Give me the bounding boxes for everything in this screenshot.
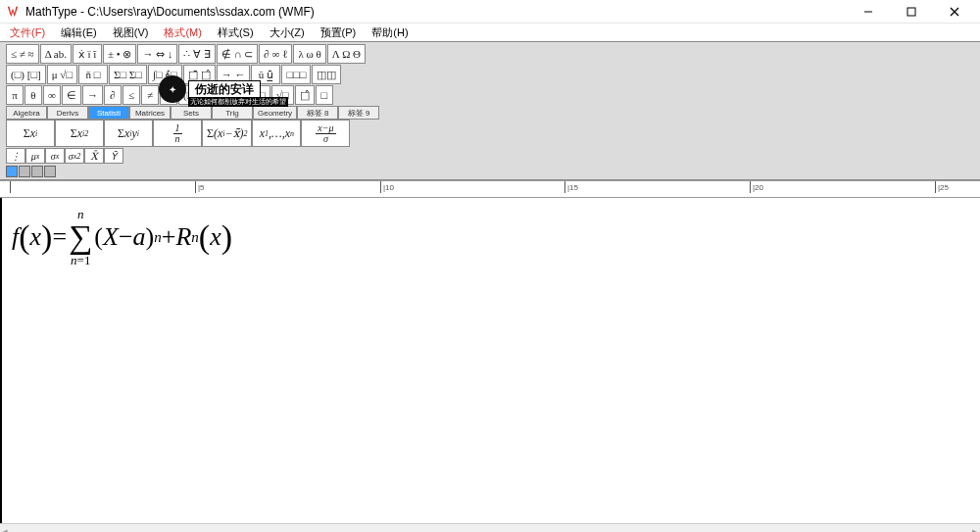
menu-edit[interactable]: 编辑(E) [53, 24, 105, 41]
sm-paren[interactable]: (□) [178, 85, 202, 105]
sm-hat[interactable]: □̂ [295, 85, 315, 105]
sym-misc[interactable]: ∂ ∞ ℓ [259, 44, 292, 64]
tpl-overbar[interactable]: □̄ □̂ [183, 65, 216, 84]
tab-matrices[interactable]: Matrices [129, 106, 171, 120]
tpl-matrix[interactable]: □□□ [281, 65, 311, 84]
sym-greek-low[interactable]: λ ω θ [293, 44, 325, 64]
sm-ne[interactable]: ≠ [141, 85, 159, 105]
menu-file[interactable]: 文件(F) [2, 24, 53, 41]
sm-arrow[interactable]: → [82, 85, 103, 105]
sm-bar[interactable]: □̄ [227, 85, 247, 105]
sym-embellish[interactable]: ẋ ï ĩ [73, 44, 102, 64]
pal-x1-xn[interactable]: x1,…,xn [252, 120, 301, 147]
sym-arrows[interactable]: → ⇔ ↓ [137, 44, 177, 64]
eq-x1: x [30, 222, 42, 252]
menu-view[interactable]: 视图(V) [105, 24, 157, 41]
sm-partial[interactable]: ∂ [104, 85, 122, 105]
eq-rparen1: ) [41, 218, 52, 256]
small-palette: ⋮ μx σx σx2 X̄ Ȳ [6, 148, 978, 164]
eq-lparen3: ( [199, 218, 210, 256]
ruler-tick-5: |5 [198, 183, 205, 192]
mini-mux[interactable]: μx [25, 148, 45, 164]
template-row: (□) [□] μ √□ ň □ Σ□ Σ□ ∫□ ∮□ □̄ □̂ → ← ū… [6, 65, 978, 84]
sym-greek-up[interactable]: Λ Ω Θ [327, 44, 366, 64]
ruler-tick-15: |15 [567, 183, 578, 192]
tpl-integral[interactable]: ∫□ ∮□ [148, 65, 182, 84]
pal-sum-xi2[interactable]: Σxi2 [55, 120, 104, 147]
pal-1-over-n[interactable]: 1n [153, 120, 202, 147]
sm-le[interactable]: ≤ [122, 85, 140, 105]
tpl-boxes[interactable]: ◫◫ [312, 65, 341, 84]
sym-settheory[interactable]: ∉ ∩ ⊂ [217, 44, 258, 64]
menu-style[interactable]: 样式(S) [210, 24, 262, 41]
sym-relations[interactable]: ≤ ≠ ≈ [6, 44, 39, 64]
svg-rect-1 [907, 8, 915, 16]
bar-handle-3[interactable] [31, 166, 43, 177]
sym-logic[interactable]: ∴ ∀ ∃ [178, 44, 216, 64]
ruler[interactable]: |5 |10 |15 |20 |25 [0, 180, 980, 198]
tpl-sum[interactable]: Σ□ Σ□ [109, 65, 147, 84]
eq-rparen3: ) [221, 218, 232, 256]
tab-geometry[interactable]: Geometry [253, 106, 297, 120]
menu-help[interactable]: 帮助(H) [364, 24, 416, 41]
scroll-right-icon[interactable]: ▸ [972, 525, 978, 532]
eq-rparen2: ) [146, 222, 155, 252]
app-icon [6, 5, 20, 19]
mini-xbar[interactable]: X̄ [84, 148, 104, 164]
tpl-arrows[interactable]: → ← [217, 65, 251, 84]
tab-trig[interactable]: Trig [212, 106, 253, 120]
horizontal-scrollbar[interactable]: ◂ ▸ [0, 523, 980, 532]
eq-plus: + [162, 222, 176, 252]
close-button[interactable] [933, 1, 976, 23]
tab-statistics[interactable]: Statisti [88, 106, 129, 120]
symbol-row-1: ≤ ≠ ≈ Δ ab. ẋ ï ĩ ± • ⊗ → ⇔ ↓ ∴ ∀ ∃ ∉ ∩ … [6, 44, 978, 64]
eq-lparen1: ( [19, 218, 29, 256]
tab-9[interactable]: 标签 9 [338, 106, 379, 120]
bar-handle-2[interactable] [19, 166, 30, 177]
sm-pm[interactable]: ± [160, 85, 177, 105]
sm-in[interactable]: ∈ [62, 85, 81, 105]
pal-zscore[interactable]: x−μσ [301, 120, 350, 147]
menu-prefs[interactable]: 预置(P) [313, 24, 365, 41]
equation[interactable]: f ( x ) = n ∑ n=1 ( X − a ) n + R n ( x … [12, 208, 232, 266]
sm-sum[interactable]: Σ□ [248, 85, 270, 105]
tab-derivs[interactable]: Derivs [47, 106, 88, 120]
tab-algebra[interactable]: Algebra [6, 106, 47, 120]
sym-spaces[interactable]: Δ ab. [40, 44, 72, 64]
bar-handle-4[interactable] [44, 166, 56, 177]
tab-sets[interactable]: Sets [171, 106, 212, 120]
eq-f: f [12, 222, 19, 252]
mini-ybar[interactable]: Ȳ [104, 148, 123, 164]
pal-sum-var[interactable]: Σ(xi−x̄)2 [202, 120, 252, 147]
menu-format[interactable]: 格式(M) [156, 24, 210, 41]
mini-handle[interactable]: ⋮ [6, 148, 25, 164]
sm-sqrt[interactable]: √□ [271, 85, 294, 105]
eq-exp-n: n [154, 229, 162, 246]
sm-inf[interactable]: ∞ [43, 85, 61, 105]
tab-8[interactable]: 标签 8 [297, 106, 338, 120]
scroll-left-icon[interactable]: ◂ [2, 525, 8, 532]
eq-X: X [103, 222, 119, 252]
tpl-subsup[interactable]: ň □ [78, 65, 108, 84]
sm-theta[interactable]: θ [24, 85, 42, 105]
sm-box[interactable]: □ [316, 85, 333, 105]
maximize-button[interactable] [890, 1, 933, 23]
tpl-underover[interactable]: ū ū̲ [251, 65, 280, 84]
mini-sigx[interactable]: σx [45, 148, 65, 164]
sm-bracket[interactable]: [□] [203, 85, 226, 105]
sm-pi[interactable]: π [6, 85, 24, 105]
minimize-button[interactable] [847, 1, 890, 23]
tpl-fracrad[interactable]: μ √□ [47, 65, 77, 84]
pal-sum-xi[interactable]: Σxi [6, 120, 55, 147]
tpl-fences[interactable]: (□) [□] [6, 65, 46, 84]
menu-bar: 文件(F) 编辑(E) 视图(V) 格式(M) 样式(S) 大小(Z) 预置(P… [0, 24, 980, 41]
mini-sigx2[interactable]: σx2 [65, 148, 84, 164]
sym-operators[interactable]: ± • ⊗ [103, 44, 136, 64]
eq-R-sub: n [191, 229, 199, 246]
editing-canvas[interactable]: f ( x ) = n ∑ n=1 ( X − a ) n + R n ( x … [0, 198, 980, 523]
bar-handle-1[interactable] [6, 166, 18, 177]
menu-size[interactable]: 大小(Z) [262, 24, 313, 41]
bar-handles [6, 166, 978, 177]
eq-minus: − [119, 222, 133, 252]
pal-sum-xiyi[interactable]: Σxiyi [104, 120, 153, 147]
